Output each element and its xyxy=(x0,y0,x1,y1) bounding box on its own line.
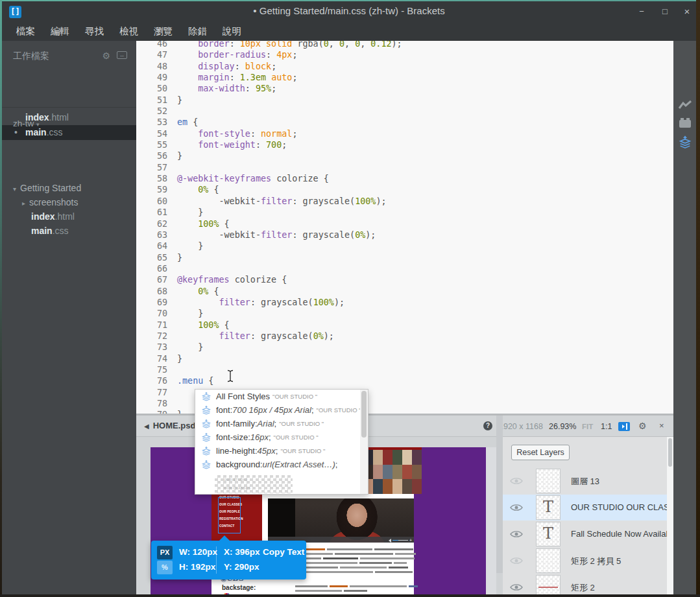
code-line-62[interactable]: 62 100% { xyxy=(136,218,673,229)
code-line-52[interactable]: 52 xyxy=(136,106,673,117)
collage-tile xyxy=(412,450,422,465)
code-line-76[interactable]: 76.menu { xyxy=(136,375,673,386)
hint-item-3[interactable]: font-size: 16px;"OUR STUDIO " xyxy=(195,430,368,444)
code-line-75[interactable]: 75 xyxy=(136,364,673,375)
extract-settings-gear-icon[interactable]: ⚙ xyxy=(638,421,647,431)
code-line-59[interactable]: 59 0% { xyxy=(136,184,673,195)
tree-folder-screenshots[interactable]: ▸screenshots xyxy=(2,195,136,209)
line-number: 51 xyxy=(136,95,167,106)
tree-file-main.css[interactable]: main.css xyxy=(2,224,136,238)
extract-close-icon[interactable]: × xyxy=(659,421,664,430)
psd-back-button[interactable]: ◀HOME.psd xyxy=(144,421,195,430)
code-line-74[interactable]: 74} xyxy=(136,353,673,364)
copy-text-button[interactable]: Copy Text xyxy=(263,547,304,557)
collage-tile xyxy=(383,479,392,494)
menu-item-3[interactable]: 檢視 xyxy=(112,23,146,40)
layers-panel-toggle-icon[interactable] xyxy=(618,422,630,431)
code-line-70[interactable]: 70 } xyxy=(136,308,673,319)
code-editor[interactable]: 46 border: 10px solid rgba(0, 0, 0, 0.12… xyxy=(136,41,673,414)
one-to-one-button[interactable]: 1:1 xyxy=(601,422,612,431)
code-line-57[interactable]: 57 xyxy=(136,162,673,173)
code-line-50[interactable]: 50 max-width: 95%; xyxy=(136,83,673,94)
extension-manager-icon[interactable] xyxy=(679,120,691,128)
chevron-down-icon[interactable]: ▾ xyxy=(13,185,16,193)
layer-row-0[interactable]: 圖層 13 xyxy=(503,468,667,494)
hints-scrollbar-thumb[interactable] xyxy=(361,391,367,438)
line-number: 55 xyxy=(136,139,167,150)
menu-item-2[interactable]: 尋找 xyxy=(77,23,112,40)
eye-icon[interactable] xyxy=(510,477,523,485)
code-line-48[interactable]: 48 display: block; xyxy=(136,61,673,72)
layer-row-3[interactable]: 矩形 2 拷貝 5 xyxy=(503,548,667,574)
layer-name: Fall Schedule Now Available Clic xyxy=(571,529,667,539)
chevron-right-icon[interactable]: ▸ xyxy=(22,200,25,207)
code-line-61[interactable]: 61 } xyxy=(136,207,673,218)
hint-item-5[interactable]: background: url(Extract Asset…); xyxy=(195,458,368,471)
eye-icon[interactable] xyxy=(510,504,523,511)
code-line-65[interactable]: 65} xyxy=(136,252,673,263)
hint-item-1[interactable]: font: 700 16px / 45px Arial;"OUR STUDIO … xyxy=(195,403,368,417)
code-line-58[interactable]: 58@-webkit-keyframes colorize { xyxy=(136,173,673,184)
layer-row-4[interactable]: 矩形 2 xyxy=(503,574,667,597)
code-line-71[interactable]: 71 100% { xyxy=(136,320,673,331)
hint-item-4[interactable]: line-height: 45px;"OUR STUDIO " xyxy=(195,444,368,458)
line-number: 73 xyxy=(136,342,167,353)
code-line-56[interactable]: 56} xyxy=(136,150,673,161)
split-view-icon[interactable]: ↔ xyxy=(117,51,127,59)
hint-item-0[interactable]: All Font Styles"OUR STUDIO " xyxy=(195,390,368,403)
code-line-69[interactable]: 69 filter: grayscale(100%); xyxy=(136,297,673,308)
code-line-72[interactable]: 72 filter: grayscale(0%); xyxy=(136,331,673,342)
layers-scrollbar-thumb[interactable] xyxy=(668,438,672,467)
menu-item-0[interactable]: 檔案 xyxy=(8,23,43,40)
help-icon[interactable]: ? xyxy=(483,421,492,430)
code-line-64[interactable]: 64 } xyxy=(136,240,673,252)
percent-unit-button[interactable]: % xyxy=(157,561,173,574)
code-line-60[interactable]: 60 -webkit-filter: grayscale(100%); xyxy=(136,196,673,207)
code-line-55[interactable]: 55 font-weight: 700; xyxy=(136,139,673,150)
layer-row-1[interactable]: TOUR STUDIO OUR CLASSES OUR xyxy=(503,495,667,521)
menu-item-5[interactable]: 除錯 xyxy=(180,23,215,40)
eye-icon[interactable] xyxy=(510,530,523,538)
menu-item-4[interactable]: 瀏覽 xyxy=(146,23,180,40)
code-line-54[interactable]: 54 font-style: normal; xyxy=(136,128,673,139)
close-button[interactable]: × xyxy=(678,5,696,19)
tree-file-index.html[interactable]: index.html xyxy=(2,209,136,224)
code-line-68[interactable]: 68 0% { xyxy=(136,286,673,297)
extract-icon[interactable] xyxy=(678,135,692,149)
minimize-button[interactable]: − xyxy=(633,5,651,19)
line-number: 54 xyxy=(136,128,167,139)
window-border-bottom xyxy=(0,594,700,597)
layer-row-2[interactable]: TFall Schedule Now Available Clic xyxy=(503,521,667,547)
line-number: 67 xyxy=(136,274,167,285)
project-dropdown[interactable]: zh-tw ▾ xyxy=(13,119,40,128)
code-line-46[interactable]: 46 border: 10px solid rgba(0, 0, 0, 0.12… xyxy=(136,41,673,49)
code-line-73[interactable]: 73 } xyxy=(136,342,673,353)
fit-button[interactable]: FIT xyxy=(582,423,593,430)
code-line-49[interactable]: 49 margin: 1.3em auto; xyxy=(136,72,673,83)
width-value: W: 120px xyxy=(179,547,217,557)
menu-item-1[interactable]: 編輯 xyxy=(43,23,77,40)
code-line-53[interactable]: 53em { xyxy=(136,117,673,128)
working-files-gear-icon[interactable]: ⚙ xyxy=(102,51,110,61)
live-preview-icon[interactable] xyxy=(678,99,692,111)
line-number: 65 xyxy=(136,252,167,263)
reset-layers-button[interactable]: Reset Layers xyxy=(511,445,570,460)
line-number: 78 xyxy=(136,398,167,409)
eye-icon[interactable] xyxy=(510,557,523,565)
background-asset-swatch[interactable]: OUR STUDIOOUR CLASSES xyxy=(215,475,293,493)
hint-item-2[interactable]: font-family: Arial;"OUR STUDIO " xyxy=(195,417,368,430)
layer-name: 矩形 2 拷貝 5 xyxy=(571,556,667,567)
backstage-logo: backstage: xyxy=(222,584,256,591)
maximize-button[interactable]: □ xyxy=(656,5,674,19)
code-line-63[interactable]: 63 -webkit-filter: grayscale(0%); xyxy=(136,229,673,240)
preview-scrollbar[interactable] xyxy=(486,447,496,594)
line-number: 56 xyxy=(136,150,167,161)
px-unit-button[interactable]: PX xyxy=(157,546,173,559)
code-line-66[interactable]: 66 xyxy=(136,263,673,274)
code-line-67[interactable]: 67@keyframes colorize { xyxy=(136,274,673,285)
code-line-47[interactable]: 47 border-radius: 4px; xyxy=(136,49,673,60)
code-line-51[interactable]: 51} xyxy=(136,95,673,106)
menu-item-6[interactable]: 說明 xyxy=(215,23,249,40)
eye-icon[interactable] xyxy=(510,583,523,591)
tree-folder-getting-started[interactable]: ▾Getting Started xyxy=(2,181,136,195)
